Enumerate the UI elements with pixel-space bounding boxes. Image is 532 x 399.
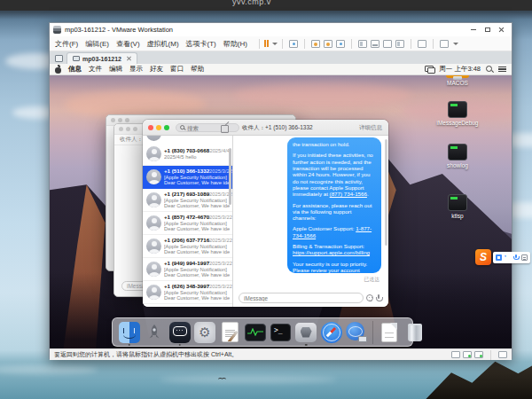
suspend-dropdown-icon[interactable] <box>272 43 278 45</box>
sogou-logo-icon[interactable]: S <box>475 249 491 265</box>
menu-vm[interactable]: 虚拟机(M) <box>147 39 179 49</box>
fullscreen-icon[interactable] <box>383 40 392 48</box>
sogou-mic-icon[interactable] <box>512 254 519 261</box>
dock-system-preferences-icon[interactable]: ⚙ <box>194 321 216 343</box>
to-value: +1 (510) 366-1332 <box>265 124 313 130</box>
search-field[interactable] <box>176 123 239 132</box>
vmware-title-bar[interactable]: mp03-161212 - VMware Workstation <box>50 23 512 36</box>
apple-menu-icon[interactable] <box>55 66 62 74</box>
vmware-menu-bar: 文件(F) 编辑(E) 查看(V) 虚拟机(M) 选项卡(T) 帮助(H) <box>50 36 512 51</box>
menu-tabs[interactable]: 选项卡(T) <box>186 39 216 49</box>
snapshot-take-icon[interactable] <box>311 40 320 48</box>
conversation-row[interactable]: +1 (206) 637-77162025/3/22 [Apple Securi… <box>143 235 232 258</box>
minimize-button[interactable] <box>466 25 480 35</box>
zoom-traffic-light[interactable] <box>164 125 169 130</box>
macos-menu-buddies[interactable]: 好友 <box>150 65 163 74</box>
macos-menu-messages[interactable]: 信息 <box>68 65 82 74</box>
dock-console-icon[interactable] <box>245 321 267 343</box>
unity-mode-icon[interactable] <box>395 40 404 48</box>
dock-textedit-icon[interactable] <box>219 321 241 343</box>
library-panel-icon[interactable] <box>358 40 367 48</box>
close-button[interactable] <box>495 25 508 35</box>
network-adapter-status-icon[interactable] <box>463 351 472 358</box>
message-log-icon[interactable] <box>498 351 507 358</box>
compose-icon[interactable] <box>221 123 230 132</box>
macos-menu-file[interactable]: 文件 <box>89 65 102 74</box>
usb-status-icon[interactable] <box>474 351 483 358</box>
dock-messages-icon[interactable] <box>168 321 191 343</box>
sogou-punctuation-icon[interactable]: ’ <box>505 254 511 261</box>
host-top-bar: yvv.cmp.v <box>0 0 532 11</box>
menu-view[interactable]: 查看(V) <box>116 39 140 49</box>
message-bubble: the transaction on hold. If you initiate… <box>287 137 381 273</box>
home-tab-icon[interactable] <box>55 55 63 62</box>
dock-launchpad-icon[interactable] <box>144 321 166 343</box>
maximize-button[interactable] <box>481 25 494 35</box>
url-link[interactable]: https://support.apple.com/billing <box>293 249 370 255</box>
dock-network-icon[interactable] <box>346 321 368 343</box>
close-traffic-light[interactable] <box>148 125 153 130</box>
vmware-logo-icon <box>53 26 61 34</box>
emoji-icon[interactable] <box>366 294 373 301</box>
dock-automator-icon[interactable] <box>295 321 317 343</box>
airplay-mirroring-icon[interactable] <box>425 66 434 73</box>
vm-screen: 信息 文件 编辑 显示 好友 窗口 帮助 周一 上午3:48 <box>50 64 512 348</box>
dock-trash-icon[interactable] <box>403 321 426 343</box>
dock-safari-icon[interactable] <box>320 321 342 343</box>
macos-menu-view[interactable]: 显示 <box>129 65 143 74</box>
conversation-row[interactable]: +1 (217) 693-10892025/3/22 [Apple Securi… <box>143 189 232 212</box>
enhanced-keyboard-icon[interactable] <box>418 40 426 48</box>
macos-menu-edit[interactable]: 编辑 <box>109 65 122 74</box>
snapshot-manager-icon[interactable] <box>336 40 345 48</box>
desktop-icon-showlog[interactable]: showlog <box>429 144 486 168</box>
desktop-icon-imessagedebug[interactable]: iMessageDebug <box>429 101 486 126</box>
console-view-icon[interactable] <box>371 40 379 48</box>
menu-file[interactable]: 文件(F) <box>55 39 78 49</box>
sogou-grid-icon[interactable] <box>496 254 502 261</box>
notification-center-icon[interactable] <box>498 66 506 73</box>
sogou-toolbar: ’ <box>493 252 530 263</box>
avatar <box>146 146 161 161</box>
details-link[interactable]: 详细信息 <box>359 124 382 132</box>
suspend-button[interactable] <box>264 40 278 47</box>
menu-edit[interactable]: 编辑(E) <box>85 39 109 49</box>
imessage-input[interactable] <box>239 295 363 301</box>
vm-tab[interactable]: mp03-161212 <box>66 52 137 64</box>
microphone-icon[interactable] <box>376 294 381 302</box>
macos-menu-help[interactable]: 帮助 <box>191 65 204 74</box>
desktop-icon-ktlsp[interactable]: ktlsp <box>429 194 486 219</box>
menu-help[interactable]: 帮助(H) <box>223 39 247 49</box>
phone-link[interactable]: (877) 734-1566 <box>330 191 367 197</box>
conversation-row[interactable]: +1 (949) 994-19972025/3/22 [Apple Securi… <box>143 258 232 281</box>
spotlight-search-icon[interactable] <box>486 66 493 73</box>
hard-disk-status-icon[interactable] <box>451 351 460 358</box>
to-label: 收件人： <box>242 124 265 130</box>
send-ctrl-alt-del-icon[interactable] <box>289 40 298 48</box>
tab-close-icon[interactable] <box>126 56 131 61</box>
conversation-row[interactable]: +1 (857) 472-46702025/3/22 [Apple Securi… <box>143 212 232 235</box>
avatar <box>146 262 161 277</box>
avatar <box>146 285 161 300</box>
status-bar-text: 要返回到您的计算机，请将鼠标指针从虚拟机中移出或按 Ctrl+Alt。 <box>54 350 238 359</box>
imessage-input-field[interactable] <box>239 293 364 303</box>
terminal-file-icon <box>448 144 467 160</box>
sidebar-scrollbar[interactable] <box>229 148 231 205</box>
dock-document-icon[interactable] <box>379 321 401 343</box>
messages-toolbar[interactable]: 收件人：+1 (510) 366-1332 详细信息 <box>143 120 388 136</box>
minimize-traffic-light[interactable] <box>156 125 161 130</box>
snapshot-revert-icon[interactable] <box>324 40 332 48</box>
dock: ⚙ >_ <box>112 317 413 347</box>
vmware-tab-bar: mp03-161212 <box>50 51 512 64</box>
menu-bar-clock[interactable]: 周一 上午3:48 <box>439 65 481 74</box>
dock-terminal-icon[interactable]: >_ <box>270 321 292 343</box>
dock-finder-icon[interactable] <box>118 321 140 343</box>
capture-icon[interactable] <box>440 40 449 48</box>
chat-scrollbar[interactable] <box>385 139 387 246</box>
macos-menu-window[interactable]: 窗口 <box>170 65 184 74</box>
coastal-rocks <box>417 356 532 399</box>
conversation-row[interactable]: +1 (626) 348-39972025/3/22 [Apple Securi… <box>143 281 232 304</box>
conversation-row-selected[interactable]: +1 (510) 366-13322025/3/22 [Apple Securi… <box>143 166 232 189</box>
conversation-row[interactable]: +1 (830) 703-06682025/4/4 2025/4/5 hello <box>143 143 232 166</box>
sogou-keyboard-icon[interactable] <box>521 254 528 261</box>
capture-dropdown-icon[interactable] <box>453 43 458 45</box>
